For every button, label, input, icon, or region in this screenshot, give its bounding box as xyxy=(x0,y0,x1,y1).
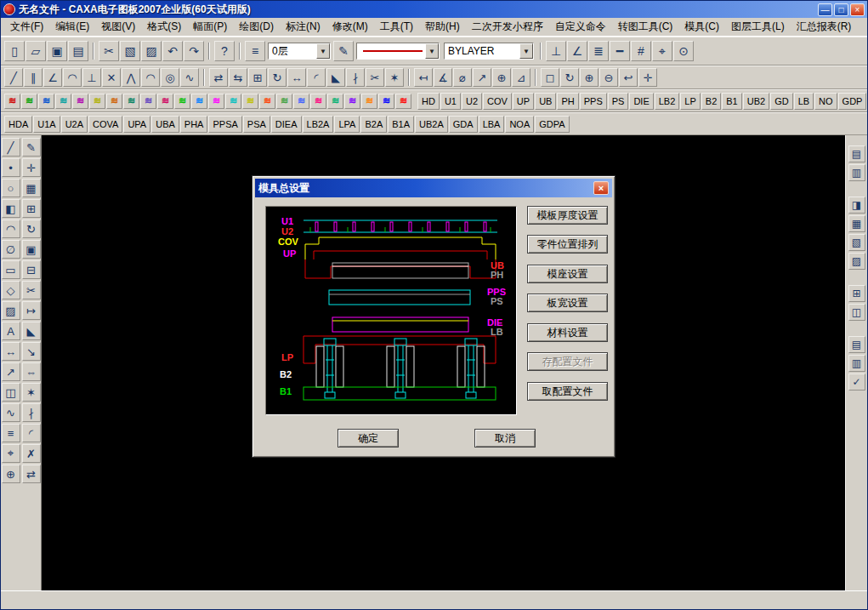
mold-assembly-button-gdpa[interactable]: GDPA xyxy=(535,116,569,133)
plate-color-icon-2[interactable]: ≋ xyxy=(21,94,37,109)
extend-icon[interactable]: ↦ xyxy=(22,301,41,320)
print-icon[interactable]: ▤ xyxy=(68,41,88,61)
chevron-down-icon[interactable]: ▼ xyxy=(316,43,330,59)
perpendicular-line-icon[interactable]: ⊥ xyxy=(82,68,101,87)
mirror-icon[interactable]: ◧ xyxy=(2,199,20,218)
plate-color-icon-18[interactable]: ≋ xyxy=(293,94,309,109)
break-icon[interactable]: ∤ xyxy=(22,403,41,422)
menu-item-5[interactable]: 幅面(P) xyxy=(187,17,233,37)
circle-icon[interactable]: ◎ xyxy=(161,68,179,87)
dialog-title-bar[interactable]: 模具总设置 × xyxy=(255,179,612,197)
cancel-button[interactable]: 取消 xyxy=(474,429,536,448)
plate-color-icon-9[interactable]: ≋ xyxy=(140,94,156,109)
layer-settings-icon[interactable]: ≡ xyxy=(245,41,265,61)
mold-assembly-button-u2a[interactable]: U2A xyxy=(61,116,88,133)
zoom-out-icon[interactable]: ⊖ xyxy=(599,68,618,87)
ortho-mode-icon[interactable]: ⊥ xyxy=(546,41,566,61)
polygon-icon[interactable]: ◇ xyxy=(2,281,20,299)
mold-assembly-button-psa[interactable]: PSA xyxy=(243,116,270,133)
menu-item-10[interactable]: 帮助(H) xyxy=(419,17,466,37)
copy-icon[interactable]: ▣ xyxy=(22,240,41,259)
mold-assembly-button-noa[interactable]: NOA xyxy=(505,116,534,133)
mold-assembly-button-gda[interactable]: GDA xyxy=(449,116,478,133)
datum-icon[interactable]: ⊿ xyxy=(512,68,530,87)
dialog-side-button-7[interactable]: 取配置文件 xyxy=(527,382,608,401)
polyline-icon[interactable]: ⋀ xyxy=(122,68,140,87)
mold-plate-button-gdp[interactable]: GDP xyxy=(838,93,867,110)
mold-assembly-button-diea[interactable]: DIEA xyxy=(271,116,302,133)
menu-item-13[interactable]: 转图工具(C) xyxy=(612,17,679,37)
ok-button[interactable]: 确定 xyxy=(338,429,399,448)
text-icon[interactable]: A xyxy=(2,322,20,340)
dialog-side-button-5[interactable]: 材料设置 xyxy=(527,323,608,342)
minimize-button[interactable]: — xyxy=(818,3,832,16)
mold-plate-button-pps[interactable]: PPS xyxy=(580,93,607,110)
plate-color-icon-13[interactable]: ≋ xyxy=(208,94,224,109)
mold-assembly-button-ub2a[interactable]: UB2A xyxy=(415,116,448,133)
plate-color-icon-4[interactable]: ≋ xyxy=(55,94,71,109)
dim-leader-icon[interactable]: ↗ xyxy=(473,68,491,87)
copy-icon[interactable]: ▧ xyxy=(120,41,140,61)
chamfer-icon[interactable]: ◣ xyxy=(22,322,41,340)
plate-color-icon-16[interactable]: ≋ xyxy=(259,94,275,109)
point-icon[interactable]: • xyxy=(2,158,20,177)
mold-assembly-button-u1a[interactable]: U1A xyxy=(33,116,60,133)
menu-item-12[interactable]: 自定义命令 xyxy=(549,17,612,37)
mold-plate-button-die[interactable]: DIE xyxy=(629,93,653,110)
parallel-line-icon[interactable]: ∥ xyxy=(24,68,43,87)
plate-color-icon-11[interactable]: ≋ xyxy=(174,94,190,109)
equidistant-icon[interactable]: ≡ xyxy=(2,424,20,442)
frame-tool-icon[interactable]: ◫ xyxy=(848,304,865,321)
mold-assembly-button-hda[interactable]: HDA xyxy=(4,116,32,133)
mold-assembly-button-b2a[interactable]: B2A xyxy=(360,116,387,133)
plate-color-icon-5[interactable]: ≋ xyxy=(72,94,88,109)
grid-icon[interactable]: ▦ xyxy=(22,179,41,197)
menu-item-8[interactable]: 修改(M) xyxy=(326,17,374,37)
chevron-down-icon[interactable]: ▼ xyxy=(425,43,439,59)
erase-icon[interactable]: ✗ xyxy=(22,444,41,463)
dim-linear-icon[interactable]: ↤ xyxy=(414,68,433,87)
mold-plate-button-u2[interactable]: U2 xyxy=(462,93,482,110)
dim-angular-icon[interactable]: ∡ xyxy=(434,68,452,87)
arc-icon[interactable]: ◠ xyxy=(141,68,160,87)
redo-icon[interactable]: ↷ xyxy=(184,41,204,61)
mold-plate-button-b1[interactable]: B1 xyxy=(722,93,741,110)
save-file-icon[interactable]: ▣ xyxy=(47,41,67,61)
rectangle-icon[interactable]: ▭ xyxy=(2,260,20,279)
layer-dropdown[interactable]: 0层 ▼ xyxy=(268,43,331,60)
doc-list-icon[interactable]: ▤ xyxy=(848,145,865,162)
mold-plate-button-lb[interactable]: LB xyxy=(794,93,814,110)
menu-item-16[interactable]: 汇总报表(R) xyxy=(791,17,858,37)
plate-color-icon-22[interactable]: ≋ xyxy=(361,94,377,109)
grid-toggle-icon[interactable]: # xyxy=(631,41,651,61)
plate-color-icon-24[interactable]: ≋ xyxy=(395,94,411,109)
pencil-icon[interactable]: ✎ xyxy=(22,138,41,157)
chevron-down-icon[interactable]: ▼ xyxy=(519,43,533,59)
plate-color-icon-17[interactable]: ≋ xyxy=(276,94,292,109)
mold-assembly-button-ppsa[interactable]: PPSA xyxy=(208,116,241,133)
menu-item-6[interactable]: 绘图(D) xyxy=(233,17,280,37)
mold-assembly-button-cova[interactable]: COVA xyxy=(88,116,122,133)
trim-icon[interactable]: ✂ xyxy=(22,281,41,299)
table-tool-icon[interactable]: ▤ xyxy=(848,336,865,353)
mold-plate-button-lp[interactable]: LP xyxy=(680,93,700,110)
plate-color-icon-21[interactable]: ≋ xyxy=(344,94,360,109)
plate-color-icon-14[interactable]: ≋ xyxy=(225,94,241,109)
dialog-close-icon[interactable]: × xyxy=(593,181,609,195)
explode-icon[interactable]: ✶ xyxy=(385,68,404,87)
insert-object-icon[interactable]: ◨ xyxy=(848,197,865,214)
mold-assembly-button-lb2a[interactable]: LB2A xyxy=(303,116,334,133)
break-icon[interactable]: ∤ xyxy=(346,68,365,87)
select-icon[interactable]: ⌖ xyxy=(2,444,20,463)
polar-track-icon[interactable]: ∠ xyxy=(567,41,587,61)
dialog-side-button-2[interactable]: 零件位置排列 xyxy=(527,235,608,254)
line-icon[interactable]: ╱ xyxy=(2,138,20,157)
fillet-icon[interactable]: ◜ xyxy=(307,68,326,87)
mold-plate-button-b2[interactable]: B2 xyxy=(701,93,721,110)
layer-panel-icon[interactable]: ▥ xyxy=(848,164,865,181)
new-file-icon[interactable]: ▯ xyxy=(4,41,25,61)
report-tool-icon[interactable]: ▥ xyxy=(848,355,865,372)
angle-line-icon[interactable]: ∠ xyxy=(43,68,62,87)
trim-icon[interactable]: ✂ xyxy=(366,68,384,87)
block-icon[interactable]: ◫ xyxy=(2,383,20,402)
